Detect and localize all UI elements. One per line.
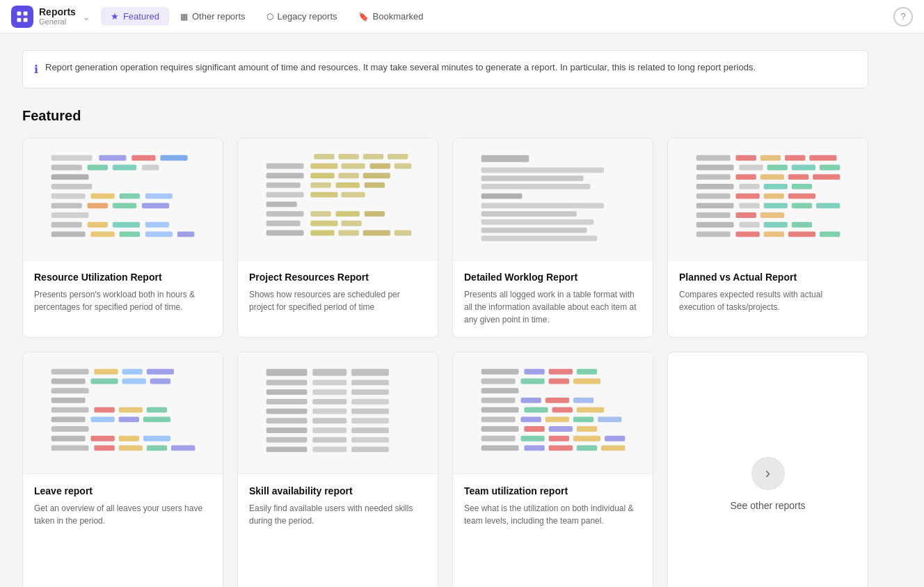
header-subtitle: General [39, 17, 76, 26]
svg-rect-56 [365, 211, 385, 217]
svg-rect-136 [119, 436, 139, 441]
bookmark-icon: 🔖 [358, 12, 369, 22]
card-resource-utilization[interactable]: Resource Utilization Report Presents per… [22, 138, 223, 338]
svg-rect-167 [266, 446, 308, 452]
svg-rect-13 [51, 184, 93, 189]
card-desc-2: Shows how resources are scheduled per pr… [249, 288, 427, 313]
svg-rect-39 [370, 164, 390, 169]
svg-rect-101 [792, 203, 812, 208]
svg-rect-18 [51, 203, 82, 208]
see-other-reports-card[interactable]: › See other reports [667, 352, 868, 587]
card-leave-report[interactable]: Leave report Get an overview of all leav… [22, 352, 223, 587]
tab-other-reports[interactable]: ▦ Other reports [170, 7, 255, 26]
svg-rect-63 [363, 230, 390, 236]
svg-rect-102 [816, 203, 840, 208]
svg-rect-21 [142, 203, 169, 208]
header: Reports General ⌃ ★ Featured ▦ Other rep… [0, 0, 924, 33]
card-body-7: Team utilization report See what is the … [453, 474, 653, 587]
card-project-resources[interactable]: Project Resources Report Shows how resou… [237, 138, 438, 338]
svg-rect-108 [764, 222, 788, 228]
svg-rect-54 [310, 211, 330, 217]
svg-rect-94 [696, 194, 731, 199]
svg-rect-103 [696, 212, 731, 218]
svg-rect-170 [481, 369, 519, 375]
card-desc-7: See what is the utilization on both indi… [464, 502, 642, 527]
tab-other-reports-label: Other reports [192, 11, 246, 22]
svg-rect-16 [120, 194, 140, 199]
tab-legacy-reports-label: Legacy reports [278, 11, 337, 22]
card-title-2: Project Resources Report [249, 272, 427, 283]
svg-rect-133 [51, 426, 89, 432]
svg-rect-109 [792, 222, 812, 228]
svg-rect-202 [524, 446, 544, 451]
card-detailed-worklog[interactable]: Detailed Worklog Report Presents all log… [452, 138, 653, 338]
help-icon: ? [900, 11, 905, 22]
svg-rect-130 [90, 416, 114, 422]
svg-rect-176 [549, 379, 569, 384]
tab-bookmarked[interactable]: 🔖 Bookmarked [349, 7, 433, 26]
svg-rect-75 [696, 155, 731, 161]
svg-rect-55 [336, 211, 360, 217]
card-body-4: Planned vs Actual Report Compares expect… [668, 260, 868, 337]
svg-rect-142 [171, 446, 195, 451]
svg-rect-0 [17, 11, 22, 15]
svg-rect-193 [524, 426, 544, 432]
svg-rect-2 [17, 17, 22, 22]
app-logo [11, 6, 33, 28]
card-skill-availability[interactable]: Skill availability report Easily find av… [237, 352, 438, 587]
svg-rect-190 [573, 416, 594, 422]
svg-rect-152 [266, 399, 308, 405]
svg-rect-141 [147, 446, 167, 451]
svg-rect-154 [351, 399, 389, 405]
svg-rect-43 [338, 173, 358, 178]
svg-rect-184 [524, 407, 548, 413]
svg-rect-144 [312, 369, 346, 376]
preview-svg-5 [34, 363, 212, 462]
header-chevron[interactable]: ⌃ [83, 12, 90, 22]
card-team-utilization[interactable]: Team utilization report See what is the … [452, 352, 653, 587]
card-title-6: Skill availability report [249, 485, 427, 496]
svg-rect-196 [481, 436, 516, 441]
svg-rect-110 [696, 232, 731, 237]
svg-rect-23 [51, 222, 82, 228]
card-body-3: Detailed Worklog Report Presents all log… [453, 260, 653, 337]
svg-rect-165 [312, 437, 346, 443]
svg-rect-148 [351, 380, 389, 386]
svg-rect-65 [481, 155, 529, 162]
svg-rect-129 [51, 416, 86, 422]
svg-rect-124 [51, 398, 86, 403]
svg-rect-168 [312, 446, 346, 452]
tab-featured[interactable]: ★ Featured [101, 7, 169, 26]
svg-rect-76 [735, 155, 756, 161]
svg-rect-6 [132, 155, 155, 161]
svg-rect-205 [601, 446, 625, 451]
svg-rect-31 [177, 232, 194, 237]
svg-rect-11 [142, 165, 159, 171]
card-desc-5: Get an overview of all leaves your users… [34, 502, 212, 527]
svg-rect-73 [481, 228, 587, 233]
svg-rect-74 [481, 235, 597, 241]
svg-rect-44 [363, 173, 390, 178]
svg-rect-128 [147, 407, 167, 413]
main-content: ℹ Report generation operation requires s… [0, 33, 891, 587]
svg-rect-161 [266, 428, 308, 433]
svg-rect-29 [120, 232, 140, 237]
svg-rect-171 [524, 369, 544, 375]
svg-rect-139 [94, 446, 114, 451]
svg-rect-3 [24, 17, 28, 22]
svg-rect-77 [760, 155, 781, 161]
svg-rect-32 [314, 154, 334, 159]
svg-rect-155 [266, 409, 308, 414]
card-planned-vs-actual[interactable]: Planned vs Actual Report Compares expect… [667, 138, 868, 338]
svg-rect-160 [351, 418, 389, 423]
svg-rect-107 [739, 222, 759, 228]
svg-rect-59 [341, 221, 361, 226]
help-button[interactable]: ? [893, 7, 913, 26]
svg-rect-120 [90, 379, 118, 384]
svg-rect-169 [351, 446, 389, 452]
tab-legacy-reports[interactable]: ⬡ Legacy reports [257, 7, 347, 26]
svg-rect-204 [577, 446, 597, 451]
svg-rect-172 [549, 369, 573, 375]
svg-rect-97 [788, 194, 815, 199]
svg-rect-119 [51, 379, 86, 384]
